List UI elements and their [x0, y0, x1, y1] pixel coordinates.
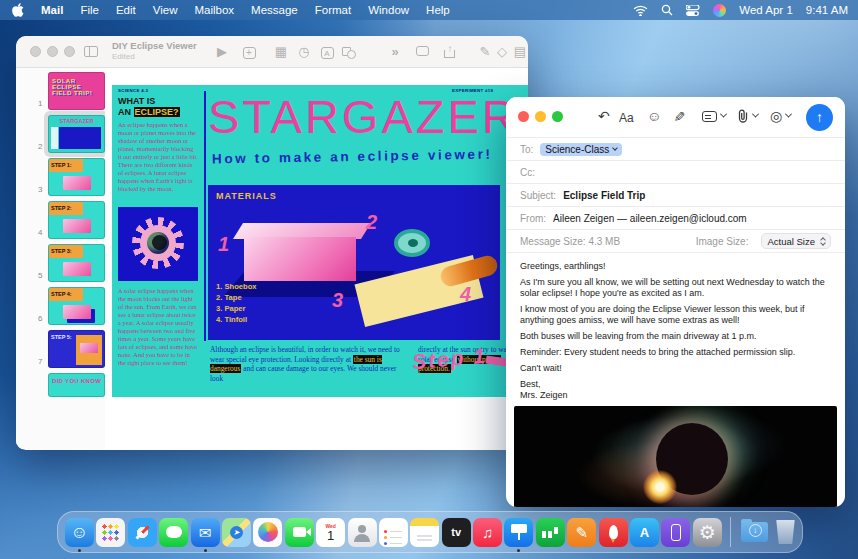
- chart-button[interactable]: ◷: [295, 43, 313, 61]
- zoom-button[interactable]: [64, 46, 75, 57]
- menu-item-message[interactable]: Message: [251, 4, 298, 16]
- dock-icon-app-store[interactable]: A: [630, 518, 659, 547]
- apple-icon: [12, 3, 24, 17]
- dock-icon-pages[interactable]: ✎: [567, 518, 596, 547]
- subject-field[interactable]: Subject: Eclipse Field Trip: [506, 183, 845, 206]
- dock-icon-iphone-mirroring[interactable]: [661, 518, 690, 547]
- undo-icon[interactable]: ↶: [598, 108, 610, 125]
- apple-menu[interactable]: [12, 3, 25, 18]
- dock-icon-photos[interactable]: [253, 518, 282, 547]
- menu-item-help[interactable]: Help: [426, 4, 450, 16]
- dock-icon-facetime[interactable]: [285, 518, 314, 547]
- format-text-button[interactable]: Aa: [619, 110, 634, 127]
- dock-icon-maps[interactable]: ➤: [222, 518, 251, 547]
- person-silhouette-icon: [358, 525, 366, 533]
- window-title-group: DIY Eclipse Viewer Edited: [112, 40, 197, 62]
- slide-thumbnail-2[interactable]: STARGAZER: [48, 115, 105, 153]
- slide-row-8: DID YOU KNOW: [16, 372, 105, 415]
- dock-icon-messages[interactable]: [159, 518, 188, 547]
- dock-icon-finder[interactable]: ☺: [65, 518, 94, 547]
- close-button[interactable]: [518, 111, 529, 122]
- dock-icon-calendar[interactable]: Wed1: [316, 518, 345, 547]
- to-field[interactable]: To: Science-Class: [506, 137, 845, 160]
- dock-icon-system-settings[interactable]: ⚙: [693, 518, 722, 547]
- send-button[interactable]: ↑: [806, 104, 833, 131]
- dock-icon-mail[interactable]: ✉: [191, 518, 220, 547]
- slide-thumbnail-1[interactable]: SOLAR ECLIPSE FIELD TRIP!: [48, 72, 105, 110]
- body-paragraph: Reminder: Every student needs to bring t…: [520, 347, 831, 358]
- zoom-button[interactable]: [552, 111, 563, 122]
- dock-icon-keynote[interactable]: [504, 518, 533, 547]
- eclipse-photo-attachment[interactable]: [514, 406, 837, 507]
- edited-label: Edited: [112, 51, 197, 62]
- menu-item-window[interactable]: Window: [368, 4, 409, 16]
- slide-title: STARGAZER: [208, 89, 519, 144]
- menu-item-mailbox[interactable]: Mailbox: [194, 4, 234, 16]
- slide-thumbnail-8[interactable]: DID YOU KNOW: [48, 373, 105, 397]
- from-field[interactable]: From: Aileen Zeigen — aileen.zeigen@iclo…: [506, 206, 845, 229]
- control-center-icon[interactable]: [686, 5, 700, 16]
- to-label: To:: [520, 144, 533, 155]
- dock-icon-contacts[interactable]: [348, 518, 377, 547]
- slide-thumbnail-6[interactable]: STEP 4:: [48, 287, 105, 325]
- dock-icon-notes[interactable]: [410, 518, 439, 547]
- size-row: Message Size: 4.3 MB Image Size: Actual …: [506, 229, 845, 252]
- materials-list: 1. Shoebox 2. Tape 3. Paper 4. Tinfoil: [216, 281, 257, 325]
- menu-item-edit[interactable]: Edit: [116, 4, 136, 16]
- dock-icon-schoolwork[interactable]: [599, 518, 628, 547]
- image-size-popup[interactable]: Actual Size: [761, 233, 831, 249]
- slide-thumbnail-5[interactable]: STEP 3:: [48, 244, 105, 282]
- toolbar-overflow-button[interactable]: »: [386, 43, 404, 61]
- menu-bar-time[interactable]: 9:41 AM: [806, 4, 848, 16]
- attach-icon[interactable]: [737, 108, 758, 125]
- play-button[interactable]: ▶: [213, 43, 231, 61]
- minimize-button[interactable]: [47, 46, 58, 57]
- thumbnail-title: SOLAR ECLIPSE FIELD TRIP!: [49, 73, 104, 96]
- chevron-down-icon: [612, 145, 618, 151]
- share-button[interactable]: ↑: [441, 43, 459, 61]
- sidebar-toggle-icon[interactable]: [82, 43, 100, 61]
- search-icon[interactable]: [661, 4, 673, 16]
- cc-field[interactable]: Cc:: [506, 160, 845, 183]
- recipient-token[interactable]: Science-Class: [540, 143, 622, 156]
- insert-media-menu-button[interactable]: ◎: [770, 108, 791, 125]
- wifi-icon[interactable]: [633, 5, 648, 16]
- message-body[interactable]: Greetings, earthlings! As I'm sure you a…: [506, 252, 845, 507]
- comment-button[interactable]: [413, 43, 431, 61]
- header-fields-menu-button[interactable]: [702, 108, 726, 125]
- add-slide-button[interactable]: +: [240, 43, 258, 61]
- animate-button[interactable]: ◇: [493, 43, 511, 61]
- minimize-button[interactable]: [535, 111, 546, 122]
- shape-button[interactable]: [340, 43, 358, 61]
- menu-item-mail[interactable]: Mail: [41, 4, 63, 16]
- material-item: 1. Shoebox: [216, 281, 257, 292]
- menu-item-file[interactable]: File: [80, 4, 99, 16]
- thumbnail-label: STEP 1:: [49, 159, 83, 172]
- siri-icon[interactable]: [713, 4, 726, 17]
- slide-thumbnail-3[interactable]: STEP 1:: [48, 158, 105, 196]
- dock-icon-downloads[interactable]: [740, 518, 769, 547]
- slide-subtitle: How to make an eclipse viewer!: [212, 147, 493, 167]
- dock-icon-reminders[interactable]: [379, 518, 408, 547]
- eclipse-shadow: [152, 235, 167, 250]
- menu-item-format[interactable]: Format: [315, 4, 351, 16]
- format-button[interactable]: ✎: [476, 43, 494, 61]
- table-button[interactable]: ▦: [272, 43, 290, 61]
- dock-icon-numbers[interactable]: [536, 518, 565, 547]
- slide-editor[interactable]: SCIENCE 4.3 EXPERIMENT #19 WHAT IS AN EC…: [112, 85, 528, 397]
- dock-icon-safari[interactable]: [128, 518, 157, 547]
- emoji-icon[interactable]: ☺: [647, 108, 661, 125]
- slide-thumbnail-7[interactable]: STEP 5:: [48, 330, 105, 368]
- dock-icon-trash[interactable]: [771, 518, 800, 547]
- menu-bar-date[interactable]: Wed Apr 1: [739, 4, 793, 16]
- document-button[interactable]: ▤: [511, 43, 528, 61]
- dock-icon-launchpad[interactable]: [96, 518, 125, 547]
- menu-item-view[interactable]: View: [153, 4, 178, 16]
- writing-tools-icon[interactable]: ✎: [673, 108, 685, 125]
- thumbnail-title: STARGAZER: [49, 116, 104, 124]
- close-button[interactable]: [30, 46, 41, 57]
- dock-icon-apple-tv[interactable]: tv: [442, 518, 471, 547]
- slide-thumbnail-4[interactable]: STEP 2:: [48, 201, 105, 239]
- dock-icon-music[interactable]: ♫: [473, 518, 502, 547]
- text-button[interactable]: A: [318, 43, 336, 61]
